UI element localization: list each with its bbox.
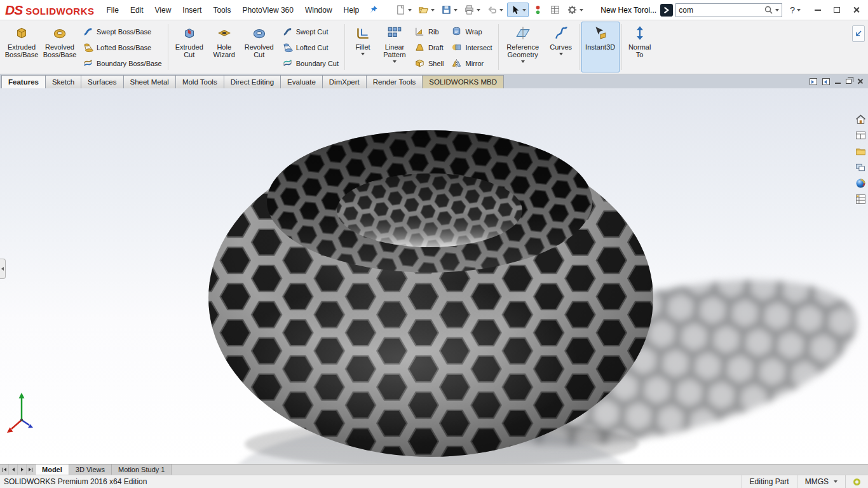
next-tab-button[interactable] — [18, 464, 27, 475]
command-searchbox — [675, 3, 782, 17]
extruded-boss-base-button[interactable]: Extruded Boss/Base — [3, 22, 41, 72]
menu-tools[interactable]: Tools — [207, 0, 236, 20]
ribbon-expand-arrow-icon[interactable] — [852, 25, 865, 42]
swept-boss-base-button[interactable]: Swept Boss/Base — [81, 25, 163, 37]
appearances-button[interactable] — [853, 176, 867, 190]
custom-properties-button[interactable] — [853, 192, 867, 206]
search-icon[interactable] — [764, 5, 773, 15]
previous-tab-button[interactable] — [9, 464, 18, 475]
tab-solidworks-mbd[interactable]: SOLIDWORKS MBD — [422, 75, 504, 88]
window-controls — [808, 3, 865, 18]
draft-button[interactable]: Draft — [413, 41, 445, 53]
status-indicator[interactable] — [845, 475, 868, 488]
help-button[interactable]: ? — [790, 5, 801, 15]
menu-view[interactable]: View — [149, 0, 177, 20]
curves-button[interactable]: Curves — [545, 22, 577, 72]
units-selector[interactable]: MMGS — [797, 475, 845, 488]
fillet-button[interactable]: Fillet — [347, 22, 379, 72]
boundary-cut-button[interactable]: Boundary Cut — [281, 57, 340, 69]
home-button[interactable] — [853, 112, 867, 126]
document-restore-icon[interactable] — [846, 79, 851, 84]
design-library-button[interactable] — [853, 144, 867, 158]
extruded-cut-button[interactable]: Extruded Cut — [170, 22, 208, 72]
reference-geometry-label: Reference Geometry — [501, 43, 545, 58]
linear-pattern-button[interactable]: Linear Pattern — [379, 22, 410, 72]
options-button[interactable] — [564, 3, 586, 17]
reference-geometry-dropdown-icon[interactable] — [521, 60, 525, 63]
open-folder-icon — [418, 4, 429, 15]
close-button[interactable] — [846, 3, 865, 18]
tab-sketch[interactable]: Sketch — [45, 75, 81, 88]
tab-features[interactable]: Features — [1, 75, 46, 88]
menu-pin-icon[interactable] — [369, 5, 378, 15]
draft-label: Draft — [428, 44, 444, 51]
maximize-button[interactable] — [827, 3, 846, 18]
undo-button[interactable] — [484, 3, 506, 17]
graphics-viewport[interactable] — [0, 88, 868, 464]
menu-edit[interactable]: Edit — [125, 0, 149, 20]
reference-geometry-icon — [515, 25, 531, 41]
wrap-button[interactable]: Wrap — [450, 25, 493, 37]
tab-direct-editing[interactable]: Direct Editing — [224, 75, 281, 88]
document-minimize-icon[interactable] — [835, 83, 841, 84]
model-canvas[interactable] — [0, 88, 868, 464]
pane-next-icon[interactable] — [822, 78, 830, 85]
revolved-cut-button[interactable]: Revolved Cut — [240, 22, 278, 72]
fillet-dropdown-icon[interactable] — [361, 53, 365, 55]
intersect-button[interactable]: Intersect — [450, 41, 493, 53]
search-dropdown-icon[interactable] — [775, 9, 779, 11]
rib-button[interactable]: Rib — [413, 25, 445, 37]
motion-study-tab[interactable]: Motion Study 1 — [112, 464, 172, 475]
tab-mold-tools[interactable]: Mold Tools — [175, 75, 224, 88]
view-palette-button[interactable] — [853, 160, 867, 174]
menu-window[interactable]: Window — [299, 0, 338, 20]
new-document-icon — [395, 4, 406, 15]
new-document-button[interactable] — [393, 3, 414, 17]
pane-previous-icon[interactable] — [810, 78, 817, 85]
save-button[interactable] — [438, 3, 460, 17]
properties-list-icon — [855, 193, 867, 205]
linear-pattern-dropdown-icon[interactable] — [393, 60, 397, 63]
tab-render-tools[interactable]: Render Tools — [366, 75, 423, 88]
reference-geometry-button[interactable]: Reference Geometry — [501, 22, 545, 72]
selection-toggle-button[interactable] — [530, 3, 546, 17]
search-scope-icon[interactable] — [660, 4, 673, 17]
swept-cut-button[interactable]: Swept Cut — [281, 25, 340, 37]
print-button[interactable] — [461, 3, 483, 17]
featuremanager-collapse-handle[interactable] — [0, 259, 6, 279]
menu-file[interactable]: File — [101, 0, 125, 20]
model-tab[interactable]: Model — [36, 464, 69, 475]
search-input[interactable] — [679, 6, 764, 15]
display-pane-button[interactable] — [853, 128, 867, 142]
tab-dimxpert[interactable]: DimXpert — [322, 75, 367, 88]
document-close-icon[interactable] — [857, 78, 863, 85]
tab-sheet-metal[interactable]: Sheet Metal — [123, 75, 176, 88]
boundary-boss-base-button[interactable]: Boundary Boss/Base — [81, 57, 163, 69]
menu-insert[interactable]: Insert — [177, 0, 207, 20]
menu-help[interactable]: Help — [338, 0, 365, 20]
curves-dropdown-icon[interactable] — [559, 53, 563, 55]
3d-views-tab[interactable]: 3D Views — [69, 464, 112, 475]
boundary-boss-label: Boundary Boss/Base — [97, 60, 162, 67]
first-tab-button[interactable] — [0, 464, 9, 475]
tab-surfaces[interactable]: Surfaces — [81, 75, 123, 88]
normal-to-button[interactable]: Normal To — [624, 22, 656, 72]
open-button[interactable] — [416, 3, 437, 17]
mirror-button[interactable]: Mirror — [450, 57, 493, 69]
instant3d-button[interactable]: Instant3D — [581, 22, 620, 72]
hex-torus-model[interactable] — [208, 130, 653, 457]
select-button[interactable] — [507, 3, 529, 17]
lofted-boss-base-button[interactable]: Lofted Boss/Base — [81, 41, 163, 53]
menu-photoview-360[interactable]: PhotoView 360 — [236, 0, 299, 20]
lofted-cut-button[interactable]: Lofted Cut — [281, 41, 340, 53]
minimize-button[interactable] — [808, 3, 827, 18]
revolved-boss-base-button[interactable]: Revolved Boss/Base — [41, 22, 79, 72]
tab-evaluate[interactable]: Evaluate — [280, 75, 323, 88]
draft-icon — [414, 42, 425, 53]
revolved-boss-label: Revolved Boss/Base — [41, 43, 78, 58]
hole-wizard-button[interactable]: Hole Wizard — [208, 22, 240, 72]
last-tab-button[interactable] — [27, 464, 36, 475]
shell-button[interactable]: Shell — [413, 57, 445, 69]
file-properties-button[interactable] — [547, 3, 563, 17]
status-bar: SOLIDWORKS Premium 2016 x64 Edition Edit… — [0, 475, 868, 488]
